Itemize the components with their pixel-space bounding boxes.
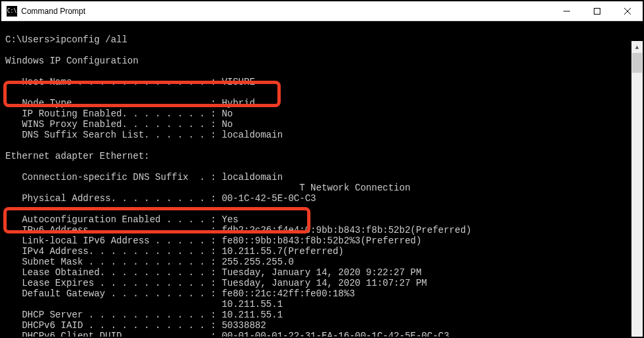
ipv4-line: IPv4 Address. . . . . . . . . . . : 10.2… xyxy=(5,246,343,257)
scroll-thumb[interactable] xyxy=(632,53,642,73)
cmd-icon: C:\ xyxy=(7,6,17,17)
host-name-line: Host Name . . . . . . . . . . . . : VISU… xyxy=(5,77,255,87)
conn-dns-line: Connection-specific DNS Suffix . : local… xyxy=(5,172,283,183)
node-type-line: Node Type . . . . . . . . . . . . : Hybr… xyxy=(5,98,255,108)
title-bar: C:\ Command Prompt xyxy=(1,1,643,21)
vertical-scrollbar[interactable]: ▲ xyxy=(631,41,643,338)
wins-proxy-line: WINS Proxy Enabled. . . . . . . . : No xyxy=(5,119,233,130)
svg-rect-1 xyxy=(594,8,600,14)
physical-address-line: Physical Address. . . . . . . . . : 00-1… xyxy=(5,193,316,204)
autoconfig-line: Autoconfiguration Enabled . . . . : Yes xyxy=(5,214,238,225)
gateway-line: Default Gateway . . . . . . . . . : fe80… xyxy=(5,288,355,299)
lease-expires-line: Lease Expires . . . . . . . . . . : Tues… xyxy=(5,278,427,288)
scroll-up-arrow[interactable]: ▲ xyxy=(631,41,643,52)
dhcp-server-line: DHCP Server . . . . . . . . . . . : 10.2… xyxy=(5,310,283,320)
description-line: T Network Connection xyxy=(5,183,410,193)
window-controls xyxy=(552,1,643,21)
lease-obtained-line: Lease Obtained. . . . . . . . . . : Tues… xyxy=(5,267,421,278)
cmd-prompt-line: C:\Users>ipconfig /all xyxy=(5,34,127,45)
dhcpv6-iaid-line: DHCPv6 IAID . . . . . . . . . . . : 5033… xyxy=(5,320,266,331)
ipv6-line: IPv6 Address. . . . . . . . . . . : fdb2… xyxy=(5,225,472,235)
gateway-line-2: 10.211.55.1 xyxy=(5,299,283,310)
dns-suffix-line: DNS Suffix Search List. . . . . . : loca… xyxy=(5,130,283,140)
dhcpv6-duid-line: DHCPv6 Client DUID. . . . . . . . : 00-0… xyxy=(5,331,449,338)
maximize-button[interactable] xyxy=(582,1,612,21)
close-button[interactable] xyxy=(612,1,643,21)
subnet-line: Subnet Mask . . . . . . . . . . . : 255.… xyxy=(5,257,294,267)
minimize-button[interactable] xyxy=(552,1,582,21)
window-title: Command Prompt xyxy=(21,7,85,16)
console-output[interactable]: C:\Users>ipconfig /all Windows IP Config… xyxy=(1,21,643,338)
section-heading: Ethernet adapter Ethernet: xyxy=(5,151,149,161)
section-heading: Windows IP Configuration xyxy=(5,56,139,66)
linklocal-line: Link-local IPv6 Address . . . . . : fe80… xyxy=(5,235,421,246)
ip-routing-line: IP Routing Enabled. . . . . . . . : No xyxy=(5,108,233,119)
